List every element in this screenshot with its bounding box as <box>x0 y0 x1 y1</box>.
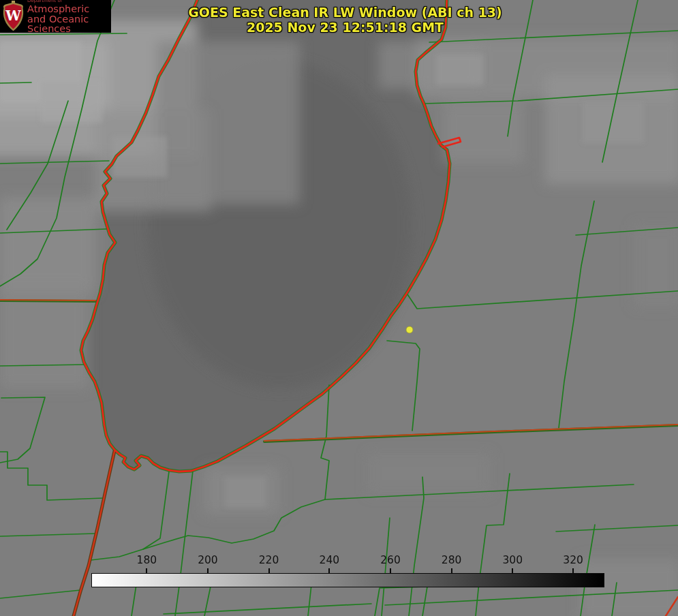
satellite-ir-image <box>0 0 678 616</box>
colorbar-tick-label: 200 <box>198 554 218 566</box>
title-line1: GOES East Clean IR LW Window (ABI ch 13) <box>12 5 678 20</box>
colorbar-tick-mark <box>451 568 452 573</box>
colorbar: 180 200 220 240 260 280 300 320 <box>91 554 604 587</box>
colorbar-tick-label: 260 <box>380 554 401 566</box>
colorbar-tick-label: 220 <box>259 554 279 566</box>
colorbar-tick-mark <box>512 568 513 573</box>
colorbar-tick-mark <box>268 568 270 573</box>
colorbar-gradient <box>91 573 604 587</box>
colorbar-tick-mark <box>390 568 391 573</box>
colorbar-tick-mark <box>146 568 147 573</box>
colorbar-tick-label: 280 <box>442 554 462 566</box>
image-title: GOES East Clean IR LW Window (ABI ch 13)… <box>0 5 678 35</box>
colorbar-tick-label: 240 <box>320 554 340 566</box>
colorbar-tick-label: 320 <box>563 554 583 566</box>
station-marker-icon <box>406 326 413 333</box>
app-root: W Department of Atmospheric and Oceanic … <box>0 0 678 616</box>
colorbar-tick-label: 180 <box>137 554 157 566</box>
title-line2: 2025 Nov 23 12:51:18 GMT <box>12 20 678 35</box>
colorbar-tick-mark <box>207 568 209 573</box>
colorbar-tick-label: 300 <box>502 554 523 566</box>
colorbar-tick-mark <box>572 568 574 573</box>
colorbar-tick-mark <box>328 568 330 573</box>
